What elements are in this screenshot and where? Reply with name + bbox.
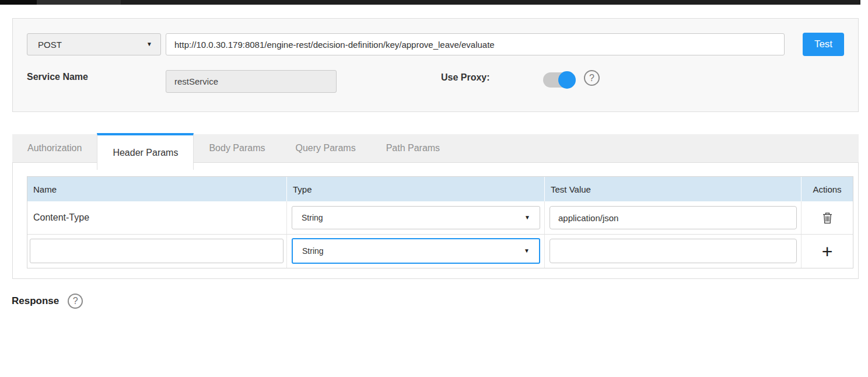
table-row: String ▼ + bbox=[27, 234, 853, 268]
tab-content-panel: Name Type Test Value Actions Content-Typ… bbox=[12, 162, 859, 279]
service-name-label: Service Name bbox=[27, 72, 88, 82]
table-row: Content-Type String ▼ bbox=[27, 201, 853, 234]
param-type-value: String bbox=[302, 213, 323, 222]
window-bar-dark-segment bbox=[0, 0, 37, 5]
delete-row-button[interactable] bbox=[821, 210, 834, 225]
column-header-actions: Actions bbox=[802, 177, 853, 201]
use-proxy-toggle[interactable] bbox=[543, 72, 575, 88]
use-proxy-label: Use Proxy: bbox=[441, 72, 490, 83]
toggle-knob-icon bbox=[558, 71, 576, 89]
test-value-input[interactable] bbox=[550, 206, 797, 229]
url-input[interactable] bbox=[166, 33, 785, 55]
http-method-value: POST bbox=[38, 40, 62, 50]
param-type-select-focused[interactable]: String ▼ bbox=[292, 238, 540, 264]
params-table: Name Type Test Value Actions Content-Typ… bbox=[27, 176, 853, 268]
response-label: Response bbox=[12, 295, 59, 307]
tab-query-params[interactable]: Query Params bbox=[280, 134, 370, 162]
chevron-down-icon: ▼ bbox=[146, 41, 152, 47]
params-tab-bar: Authorization Header Params Body Params … bbox=[12, 134, 859, 162]
http-method-select[interactable]: POST ▼ bbox=[27, 33, 161, 55]
param-type-select[interactable]: String ▼ bbox=[292, 206, 540, 229]
tab-path-params[interactable]: Path Params bbox=[371, 134, 455, 162]
column-header-name: Name bbox=[27, 177, 287, 201]
chevron-down-icon: ▼ bbox=[524, 215, 530, 221]
trash-icon bbox=[822, 217, 833, 226]
window-tab-segment bbox=[37, 0, 121, 5]
request-config-panel: POST ▼ Test Service Name Use Proxy: ? bbox=[12, 18, 859, 112]
column-header-type: Type bbox=[287, 177, 545, 201]
param-name-input[interactable] bbox=[30, 239, 284, 263]
test-value-input[interactable] bbox=[550, 239, 797, 263]
tab-authorization[interactable]: Authorization bbox=[12, 134, 97, 162]
service-name-input[interactable] bbox=[166, 70, 337, 93]
add-row-button[interactable]: + bbox=[822, 245, 833, 259]
plus-icon: + bbox=[822, 241, 833, 262]
table-header-row: Name Type Test Value Actions bbox=[27, 177, 853, 201]
test-button[interactable]: Test bbox=[803, 33, 844, 56]
window-top-bar bbox=[0, 0, 860, 5]
param-name-text: Content-Type bbox=[33, 212, 89, 223]
chevron-down-icon: ▼ bbox=[524, 248, 530, 254]
response-help-icon[interactable]: ? bbox=[68, 294, 83, 309]
proxy-help-icon[interactable]: ? bbox=[584, 70, 600, 86]
tab-body-params[interactable]: Body Params bbox=[194, 134, 280, 162]
column-header-test-value: Test Value bbox=[545, 177, 802, 201]
param-type-value: String bbox=[302, 246, 324, 256]
response-section: Response ? bbox=[12, 294, 83, 309]
tab-header-params[interactable]: Header Params bbox=[97, 133, 194, 170]
